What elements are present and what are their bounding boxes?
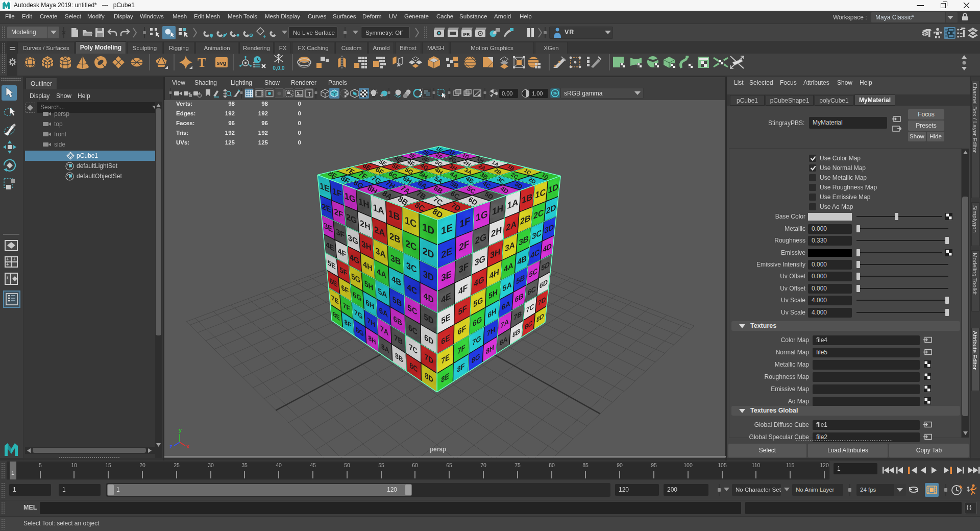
svg-text:x: x	[186, 443, 190, 449]
svg-text:persp: persp	[430, 446, 447, 453]
svg-text:z: z	[169, 443, 173, 449]
svg-text:top: top	[54, 120, 63, 128]
svg-text:svg: svg	[217, 60, 227, 66]
svg-text:IPR: IPR	[463, 32, 470, 37]
svg-text:ON: ON	[553, 91, 558, 95]
svg-text:y: y	[179, 427, 182, 433]
svg-text:side: side	[54, 141, 65, 148]
svg-text:T: T	[307, 91, 311, 97]
svg-text:persp: persp	[54, 110, 69, 117]
svg-text:front: front	[54, 131, 67, 138]
svg-text:0,0,0: 0,0,0	[273, 65, 285, 71]
